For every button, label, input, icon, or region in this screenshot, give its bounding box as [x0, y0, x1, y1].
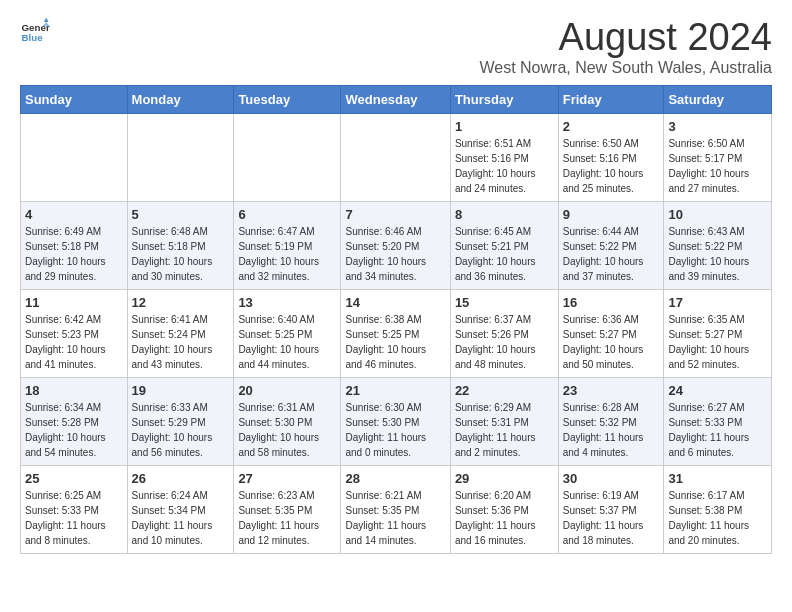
- day-info: Sunrise: 6:47 AMSunset: 5:19 PMDaylight:…: [238, 224, 336, 284]
- day-number: 2: [563, 119, 660, 134]
- col-wednesday: Wednesday: [341, 86, 450, 114]
- table-row: 19Sunrise: 6:33 AMSunset: 5:29 PMDayligh…: [127, 378, 234, 466]
- table-row: 5Sunrise: 6:48 AMSunset: 5:18 PMDaylight…: [127, 202, 234, 290]
- day-number: 1: [455, 119, 554, 134]
- day-number: 26: [132, 471, 230, 486]
- day-info: Sunrise: 6:25 AMSunset: 5:33 PMDaylight:…: [25, 488, 123, 548]
- calendar-week-row: 18Sunrise: 6:34 AMSunset: 5:28 PMDayligh…: [21, 378, 772, 466]
- table-row: 21Sunrise: 6:30 AMSunset: 5:30 PMDayligh…: [341, 378, 450, 466]
- day-number: 13: [238, 295, 336, 310]
- day-info: Sunrise: 6:36 AMSunset: 5:27 PMDaylight:…: [563, 312, 660, 372]
- col-thursday: Thursday: [450, 86, 558, 114]
- logo: General Blue: [20, 16, 54, 46]
- day-info: Sunrise: 6:28 AMSunset: 5:32 PMDaylight:…: [563, 400, 660, 460]
- table-row: 4Sunrise: 6:49 AMSunset: 5:18 PMDaylight…: [21, 202, 128, 290]
- table-row: 14Sunrise: 6:38 AMSunset: 5:25 PMDayligh…: [341, 290, 450, 378]
- day-info: Sunrise: 6:50 AMSunset: 5:17 PMDaylight:…: [668, 136, 767, 196]
- table-row: 8Sunrise: 6:45 AMSunset: 5:21 PMDaylight…: [450, 202, 558, 290]
- day-info: Sunrise: 6:31 AMSunset: 5:30 PMDaylight:…: [238, 400, 336, 460]
- day-info: Sunrise: 6:23 AMSunset: 5:35 PMDaylight:…: [238, 488, 336, 548]
- day-info: Sunrise: 6:37 AMSunset: 5:26 PMDaylight:…: [455, 312, 554, 372]
- day-info: Sunrise: 6:38 AMSunset: 5:25 PMDaylight:…: [345, 312, 445, 372]
- logo-icon: General Blue: [20, 16, 50, 46]
- day-info: Sunrise: 6:19 AMSunset: 5:37 PMDaylight:…: [563, 488, 660, 548]
- table-row: 25Sunrise: 6:25 AMSunset: 5:33 PMDayligh…: [21, 466, 128, 554]
- table-row: 22Sunrise: 6:29 AMSunset: 5:31 PMDayligh…: [450, 378, 558, 466]
- day-info: Sunrise: 6:50 AMSunset: 5:16 PMDaylight:…: [563, 136, 660, 196]
- month-year-title: August 2024: [479, 16, 772, 59]
- day-number: 7: [345, 207, 445, 222]
- day-info: Sunrise: 6:27 AMSunset: 5:33 PMDaylight:…: [668, 400, 767, 460]
- day-number: 19: [132, 383, 230, 398]
- day-info: Sunrise: 6:43 AMSunset: 5:22 PMDaylight:…: [668, 224, 767, 284]
- col-friday: Friday: [558, 86, 664, 114]
- table-row: 20Sunrise: 6:31 AMSunset: 5:30 PMDayligh…: [234, 378, 341, 466]
- day-number: 21: [345, 383, 445, 398]
- day-number: 14: [345, 295, 445, 310]
- day-number: 25: [25, 471, 123, 486]
- table-row: 16Sunrise: 6:36 AMSunset: 5:27 PMDayligh…: [558, 290, 664, 378]
- svg-marker-2: [44, 18, 49, 23]
- day-number: 4: [25, 207, 123, 222]
- day-info: Sunrise: 6:41 AMSunset: 5:24 PMDaylight:…: [132, 312, 230, 372]
- table-row: 10Sunrise: 6:43 AMSunset: 5:22 PMDayligh…: [664, 202, 772, 290]
- day-info: Sunrise: 6:45 AMSunset: 5:21 PMDaylight:…: [455, 224, 554, 284]
- table-row: 11Sunrise: 6:42 AMSunset: 5:23 PMDayligh…: [21, 290, 128, 378]
- header: General Blue August 2024 West Nowra, New…: [20, 16, 772, 77]
- day-number: 29: [455, 471, 554, 486]
- day-info: Sunrise: 6:21 AMSunset: 5:35 PMDaylight:…: [345, 488, 445, 548]
- day-number: 5: [132, 207, 230, 222]
- day-info: Sunrise: 6:33 AMSunset: 5:29 PMDaylight:…: [132, 400, 230, 460]
- day-info: Sunrise: 6:46 AMSunset: 5:20 PMDaylight:…: [345, 224, 445, 284]
- table-row: 13Sunrise: 6:40 AMSunset: 5:25 PMDayligh…: [234, 290, 341, 378]
- col-sunday: Sunday: [21, 86, 128, 114]
- table-row: [234, 114, 341, 202]
- calendar-week-row: 25Sunrise: 6:25 AMSunset: 5:33 PMDayligh…: [21, 466, 772, 554]
- day-info: Sunrise: 6:40 AMSunset: 5:25 PMDaylight:…: [238, 312, 336, 372]
- table-row: 27Sunrise: 6:23 AMSunset: 5:35 PMDayligh…: [234, 466, 341, 554]
- table-row: 9Sunrise: 6:44 AMSunset: 5:22 PMDaylight…: [558, 202, 664, 290]
- day-info: Sunrise: 6:24 AMSunset: 5:34 PMDaylight:…: [132, 488, 230, 548]
- calendar-week-row: 11Sunrise: 6:42 AMSunset: 5:23 PMDayligh…: [21, 290, 772, 378]
- day-info: Sunrise: 6:35 AMSunset: 5:27 PMDaylight:…: [668, 312, 767, 372]
- col-monday: Monday: [127, 86, 234, 114]
- day-number: 22: [455, 383, 554, 398]
- day-info: Sunrise: 6:42 AMSunset: 5:23 PMDaylight:…: [25, 312, 123, 372]
- day-number: 30: [563, 471, 660, 486]
- day-number: 6: [238, 207, 336, 222]
- day-number: 16: [563, 295, 660, 310]
- day-number: 11: [25, 295, 123, 310]
- table-row: 24Sunrise: 6:27 AMSunset: 5:33 PMDayligh…: [664, 378, 772, 466]
- day-number: 18: [25, 383, 123, 398]
- table-row: 6Sunrise: 6:47 AMSunset: 5:19 PMDaylight…: [234, 202, 341, 290]
- calendar-week-row: 4Sunrise: 6:49 AMSunset: 5:18 PMDaylight…: [21, 202, 772, 290]
- table-row: 23Sunrise: 6:28 AMSunset: 5:32 PMDayligh…: [558, 378, 664, 466]
- table-row: 29Sunrise: 6:20 AMSunset: 5:36 PMDayligh…: [450, 466, 558, 554]
- calendar-header-row: Sunday Monday Tuesday Wednesday Thursday…: [21, 86, 772, 114]
- day-number: 31: [668, 471, 767, 486]
- col-tuesday: Tuesday: [234, 86, 341, 114]
- table-row: 28Sunrise: 6:21 AMSunset: 5:35 PMDayligh…: [341, 466, 450, 554]
- table-row: 30Sunrise: 6:19 AMSunset: 5:37 PMDayligh…: [558, 466, 664, 554]
- day-number: 24: [668, 383, 767, 398]
- title-block: August 2024 West Nowra, New South Wales,…: [479, 16, 772, 77]
- table-row: 2Sunrise: 6:50 AMSunset: 5:16 PMDaylight…: [558, 114, 664, 202]
- table-row: [21, 114, 128, 202]
- day-number: 20: [238, 383, 336, 398]
- day-number: 27: [238, 471, 336, 486]
- svg-text:Blue: Blue: [22, 32, 44, 43]
- day-info: Sunrise: 6:17 AMSunset: 5:38 PMDaylight:…: [668, 488, 767, 548]
- day-number: 10: [668, 207, 767, 222]
- day-info: Sunrise: 6:30 AMSunset: 5:30 PMDaylight:…: [345, 400, 445, 460]
- day-number: 3: [668, 119, 767, 134]
- day-number: 28: [345, 471, 445, 486]
- day-info: Sunrise: 6:20 AMSunset: 5:36 PMDaylight:…: [455, 488, 554, 548]
- table-row: [127, 114, 234, 202]
- table-row: 1Sunrise: 6:51 AMSunset: 5:16 PMDaylight…: [450, 114, 558, 202]
- table-row: 18Sunrise: 6:34 AMSunset: 5:28 PMDayligh…: [21, 378, 128, 466]
- day-info: Sunrise: 6:48 AMSunset: 5:18 PMDaylight:…: [132, 224, 230, 284]
- table-row: 31Sunrise: 6:17 AMSunset: 5:38 PMDayligh…: [664, 466, 772, 554]
- table-row: 12Sunrise: 6:41 AMSunset: 5:24 PMDayligh…: [127, 290, 234, 378]
- calendar-week-row: 1Sunrise: 6:51 AMSunset: 5:16 PMDaylight…: [21, 114, 772, 202]
- table-row: 17Sunrise: 6:35 AMSunset: 5:27 PMDayligh…: [664, 290, 772, 378]
